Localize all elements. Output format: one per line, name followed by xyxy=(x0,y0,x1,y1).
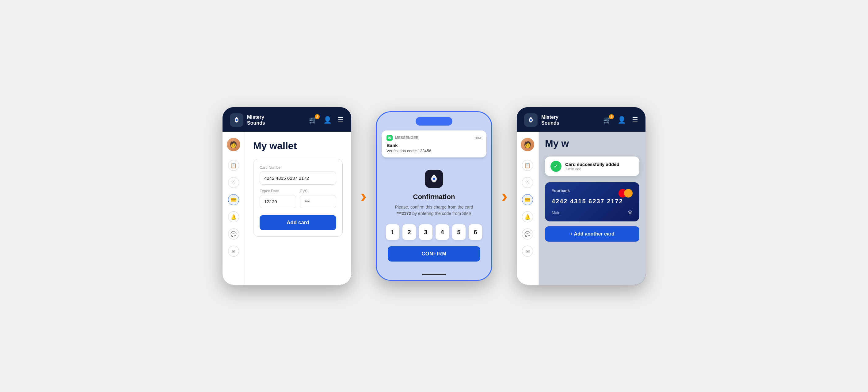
toast-time: 1 min ago xyxy=(565,167,619,171)
sidebar-1: 🧑 📋 ♡ 💳 🔔 💬 ✉ xyxy=(222,132,245,285)
screen3-frame: Mistery Sounds 🛒 2 👤 ☰ 🧑 📋 ♡ 💳 🔔 💬 ✉ xyxy=(517,107,646,285)
expire-group: Expire Date xyxy=(259,189,296,213)
avatar-3: 🧑 xyxy=(521,138,534,151)
menu-icon-3[interactable]: ☰ xyxy=(632,116,638,124)
sidebar-icon-clipboard[interactable]: 📋 xyxy=(228,160,239,171)
delete-card-icon[interactable]: 🗑 xyxy=(628,210,632,215)
flow-container: Mistery Sounds 🛒 2 👤 ☰ 🧑 📋 ♡ 💳 🔔 💬 ✉ xyxy=(219,107,649,285)
expire-input[interactable] xyxy=(259,195,296,208)
toast-text: Card successfully added 1 min ago xyxy=(565,162,619,171)
sidebar3-icon-clipboard[interactable]: 📋 xyxy=(522,160,533,171)
otp-digit-4[interactable]: 4 xyxy=(436,224,449,240)
app-header-3: Mistery Sounds 🛒 2 👤 ☰ xyxy=(517,107,646,132)
sidebar-icon-wallet[interactable]: 💳 xyxy=(228,194,239,205)
otp-digit-2[interactable]: 2 xyxy=(402,224,416,240)
arrow-2: › xyxy=(501,187,507,205)
card-number-label: Card Number xyxy=(259,165,336,170)
mc-right-circle xyxy=(624,189,632,198)
card-number-group: Card Number xyxy=(259,165,336,189)
bank-card: Yourbank 4242 4315 6237 2172 Main 🗑 xyxy=(545,182,639,221)
cart-icon-3[interactable]: 🛒 2 xyxy=(603,116,612,124)
confirm-button[interactable]: CONFIRM xyxy=(388,246,480,262)
otp-digit-6[interactable]: 6 xyxy=(469,224,482,240)
page-title-3: My w xyxy=(545,138,639,149)
avatar-1: 🧑 xyxy=(227,138,240,151)
form-row-expiry-cvc: Expire Date CVC xyxy=(259,189,336,213)
add-another-card-button[interactable]: + Add another card xyxy=(545,226,639,241)
otp-digit-5[interactable]: 5 xyxy=(452,224,466,240)
card-footer: Main 🗑 xyxy=(552,210,632,215)
notif-body: Verification code: 123456 xyxy=(386,149,482,153)
card-form: Card Number Expire Date CVC Add xyxy=(253,159,343,237)
success-main: My w ✓ Card successfully added 1 min ago… xyxy=(539,132,646,285)
messenger-icon: ✉ xyxy=(386,135,393,141)
sidebar3-icon-heart[interactable]: ♡ xyxy=(522,177,533,188)
svg-point-2 xyxy=(530,119,532,121)
notif-title: Bank xyxy=(386,143,482,148)
app-nav-3: 🛒 2 👤 ☰ xyxy=(603,116,638,124)
app-header-1: Mistery Sounds 🛒 2 👤 ☰ xyxy=(222,107,351,132)
otp-digit-3[interactable]: 3 xyxy=(419,224,432,240)
cvc-group: CVC xyxy=(300,189,336,213)
toast-notification: ✓ Card successfully added 1 min ago xyxy=(545,157,639,176)
mastercard-logo xyxy=(619,189,632,198)
sidebar-icon-heart[interactable]: ♡ xyxy=(228,177,239,188)
logo-text-3: Mistery Sounds xyxy=(541,114,559,126)
cart-badge-3: 2 xyxy=(609,114,614,119)
cvc-label: CVC xyxy=(300,189,336,193)
menu-icon-1[interactable]: ☰ xyxy=(338,116,344,124)
conf-description: Please, confirm this charge from the car… xyxy=(395,204,473,217)
profile-icon-3[interactable]: 👤 xyxy=(618,116,626,124)
conf-logo xyxy=(425,170,443,188)
logo-icon-1 xyxy=(230,113,243,127)
app-logo-3: Mistery Sounds xyxy=(524,113,559,127)
cart-badge-1: 2 xyxy=(315,114,320,119)
sidebar-icon-mail[interactable]: ✉ xyxy=(228,246,239,257)
phone-home-bar xyxy=(422,274,446,275)
add-card-button[interactable]: Add card xyxy=(259,215,336,230)
card-bank-name: Yourbank xyxy=(552,188,570,193)
notif-app-info: ✉ MESSENGER xyxy=(386,135,419,141)
main-content-1: My wallet Card Number Expire Date CVC xyxy=(245,132,351,285)
sidebar-icon-chat[interactable]: 💬 xyxy=(228,228,239,239)
success-check-icon: ✓ xyxy=(551,161,561,172)
sidebar3-icon-mail[interactable]: ✉ xyxy=(522,246,533,257)
arrow-1: › xyxy=(361,187,367,205)
cvc-input[interactable] xyxy=(300,195,336,208)
card-label: Main xyxy=(552,210,560,215)
toast-title: Card successfully added xyxy=(565,162,619,167)
notif-app-name: MESSENGER xyxy=(395,136,419,140)
logo-text-1: Mistery Sounds xyxy=(247,114,265,126)
app-nav-1: 🛒 2 👤 ☰ xyxy=(309,116,344,124)
app-body-1: 🧑 📋 ♡ 💳 🔔 💬 ✉ My wallet Card Number xyxy=(222,132,351,285)
expire-label: Expire Date xyxy=(259,189,296,193)
page-title-1: My wallet xyxy=(253,140,343,152)
card-display-number: 4242 4315 6237 2172 xyxy=(552,198,632,205)
sidebar-icon-bell[interactable]: 🔔 xyxy=(228,211,239,222)
otp-row: 1 2 3 4 5 6 xyxy=(386,224,482,240)
conf-title: Confirmation xyxy=(413,193,455,201)
phone-frame: ✉ MESSENGER now Bank Verification code: … xyxy=(376,111,492,281)
sidebar3-icon-wallet[interactable]: 💳 xyxy=(522,194,533,205)
screen1-frame: Mistery Sounds 🛒 2 👤 ☰ 🧑 📋 ♡ 💳 🔔 💬 ✉ xyxy=(222,107,351,285)
success-body: 🧑 📋 ♡ 💳 🔔 💬 ✉ My w ✓ Card successfully a… xyxy=(517,132,646,285)
otp-digit-1[interactable]: 1 xyxy=(386,224,399,240)
svg-point-1 xyxy=(433,177,435,180)
sidebar-3: 🧑 📋 ♡ 💳 🔔 💬 ✉ xyxy=(517,132,539,285)
sidebar3-icon-chat[interactable]: 💬 xyxy=(522,228,533,239)
card-number-input[interactable] xyxy=(259,171,336,185)
notification-banner: ✉ MESSENGER now Bank Verification code: … xyxy=(381,130,487,157)
sidebar3-icon-bell[interactable]: 🔔 xyxy=(522,211,533,222)
notif-time: now xyxy=(475,136,482,140)
phone-notch xyxy=(415,117,453,126)
app-logo-1: Mistery Sounds xyxy=(230,113,265,127)
cart-icon-1[interactable]: 🛒 2 xyxy=(309,116,317,124)
profile-icon-1[interactable]: 👤 xyxy=(323,116,332,124)
notif-header: ✉ MESSENGER now xyxy=(386,135,482,141)
logo-icon-3 xyxy=(524,113,537,127)
svg-point-0 xyxy=(236,119,238,121)
confirmation-section: Confirmation Please, confirm this charge… xyxy=(381,167,487,268)
